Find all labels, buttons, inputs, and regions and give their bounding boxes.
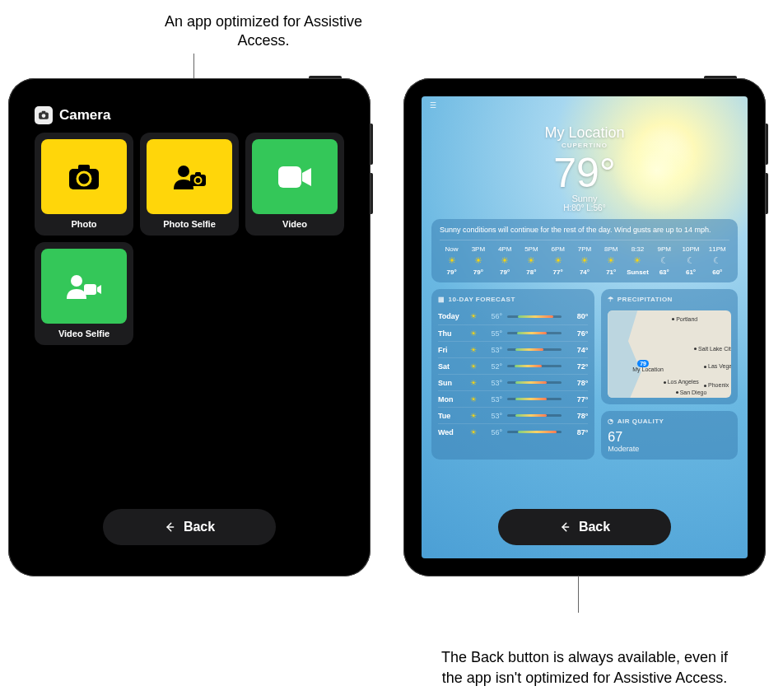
moon-icon: ☾	[660, 255, 669, 266]
hourly-summary: Sunny conditions will continue for the r…	[440, 226, 729, 240]
forecast-high: 78°	[566, 412, 588, 420]
sun-icon: ☀	[474, 255, 482, 266]
map-city-label: San Diego	[676, 390, 707, 395]
forecast-high: 74°	[566, 346, 588, 354]
air-quality-card[interactable]: ◔ AIR QUALITY 67 Moderate	[601, 411, 738, 460]
current-temperature: 79°	[422, 152, 748, 194]
sun-icon: ☀	[580, 255, 589, 266]
hourly-column: 3PM ☀ 79°	[466, 245, 490, 276]
hourly-column: 8PM ☀ 71°	[599, 245, 623, 276]
svg-rect-10	[278, 166, 301, 188]
camera-mode-label: Photo	[71, 219, 96, 229]
hourly-card[interactable]: Sunny conditions will continue for the r…	[431, 219, 738, 282]
forecast-day: Tue	[438, 412, 463, 420]
callout-line	[578, 576, 579, 613]
hour-temp: 78°	[526, 268, 536, 276]
hour-time: 10PM	[683, 245, 700, 253]
forecast-day: Wed	[438, 428, 463, 436]
back-button[interactable]: Back	[498, 509, 671, 545]
forecast-day: Fri	[438, 346, 463, 354]
sun-icon: ☀	[468, 428, 479, 436]
svg-rect-4	[78, 165, 90, 170]
forecast-row[interactable]: Tue ☀ 53° 78°	[438, 407, 588, 423]
forecast-low: 53°	[484, 379, 502, 387]
map-city-label: Las Vegas	[704, 363, 731, 369]
forecast-row[interactable]: Sun ☀ 53° 78°	[438, 374, 588, 390]
back-button-label: Back	[579, 520, 610, 534]
hourly-column: Now ☀ 79°	[440, 245, 464, 276]
hourly-column: 8:32 ☀ Sunset	[626, 245, 650, 276]
forecast-high: 76°	[566, 329, 588, 338]
camera-mode-tile[interactable]: Photo	[35, 133, 133, 236]
forecast-card[interactable]: ▦ 10-DAY FORECAST Today ☀ 56° 80° Thu ☀ …	[431, 289, 594, 460]
sun-icon: ☀	[527, 255, 535, 266]
forecast-range-bar	[507, 381, 562, 384]
air-quality-value: 67	[608, 430, 731, 445]
sun-icon: ☀	[501, 255, 509, 266]
camera-icon	[41, 139, 127, 214]
camera-mode-tile[interactable]: Video	[245, 133, 344, 236]
forecast-row[interactable]: Mon ☀ 53° 77°	[438, 390, 588, 407]
current-condition: Sunny	[422, 194, 748, 203]
forecast-row[interactable]: Fri ☀ 53° 74°	[438, 341, 588, 357]
camera-app-icon	[35, 106, 53, 124]
precipitation-card[interactable]: ☂ PRECIPITATION PortlandSalt Lake CityLa…	[601, 289, 738, 404]
sunset-icon: ☀	[633, 255, 641, 266]
hour-temp: 74°	[580, 268, 590, 276]
status-list-icon[interactable]: ☰	[430, 101, 436, 110]
precipitation-map[interactable]: PortlandSalt Lake CityLas VegasLos Angel…	[608, 310, 731, 398]
hour-temp: 60°	[712, 268, 722, 276]
location-subtitle: CUPERTINO	[422, 142, 748, 149]
camera-mode-tile[interactable]: Video Selfie	[35, 242, 133, 345]
camera-mode-tile[interactable]: Photo Selfie	[140, 133, 239, 236]
camera-mode-label: Video Selfie	[58, 329, 110, 338]
map-city-label: Phoenix	[704, 382, 729, 388]
forecast-high: 77°	[566, 395, 588, 404]
forecast-low: 53°	[484, 346, 502, 354]
hour-time: 8PM	[604, 245, 618, 253]
forecast-range-bar	[507, 414, 562, 417]
callout-bottom: The Back button is always available, eve…	[436, 647, 733, 688]
forecast-title: ▦ 10-DAY FORECAST	[438, 296, 588, 303]
callout-top: An app optimized for Assistive Access.	[148, 12, 379, 51]
hour-temp: 79°	[500, 268, 510, 276]
forecast-low: 56°	[484, 428, 502, 436]
sun-icon: ☀	[468, 312, 479, 320]
aqi-icon: ◔	[608, 418, 614, 425]
hour-time: 4PM	[498, 245, 511, 253]
back-button[interactable]: Back	[103, 509, 276, 545]
hour-time: 5PM	[524, 245, 538, 253]
forecast-day: Thu	[438, 329, 463, 338]
map-city-label: Los Angeles	[664, 379, 699, 385]
forecast-row[interactable]: Thu ☀ 55° 76°	[438, 324, 588, 341]
map-location-pin-label: My Location	[632, 366, 664, 372]
camera-mode-label: Video	[282, 219, 307, 229]
hour-temp: Sunset	[627, 268, 649, 276]
svg-rect-2	[42, 111, 46, 113]
status-bar: ☰	[422, 96, 748, 114]
hour-temp: 79°	[473, 268, 483, 276]
forecast-day: Today	[438, 312, 463, 320]
hour-time: 3PM	[472, 245, 485, 253]
forecast-row[interactable]: Wed ☀ 56° 87°	[438, 423, 588, 440]
air-quality-title: ◔ AIR QUALITY	[608, 418, 731, 425]
sun-icon: ☀	[468, 395, 479, 404]
forecast-high: 87°	[566, 428, 588, 436]
umbrella-icon: ☂	[608, 296, 614, 303]
forecast-low: 52°	[484, 362, 502, 371]
forecast-row[interactable]: Today ☀ 56° 80°	[438, 308, 588, 324]
forecast-day: Sun	[438, 379, 463, 387]
air-quality-label: Moderate	[608, 445, 731, 453]
hourly-column: 10PM ☾ 61°	[678, 245, 702, 276]
video-icon	[252, 139, 338, 214]
sun-icon: ☀	[468, 412, 479, 420]
hourly-column: 5PM ☀ 78°	[520, 245, 543, 276]
hour-time: 6PM	[551, 245, 564, 253]
sun-icon: ☀	[468, 379, 479, 387]
forecast-low: 53°	[484, 395, 502, 404]
sun-icon: ☀	[468, 329, 479, 338]
forecast-row[interactable]: Sat ☀ 52° 72°	[438, 357, 588, 374]
forecast-range-bar	[507, 365, 562, 367]
camera-mode-label: Photo Selfie	[163, 219, 216, 229]
ipad-device-right: ☰ My Location CUPERTINO 79° Sunny H:80° …	[403, 78, 766, 576]
